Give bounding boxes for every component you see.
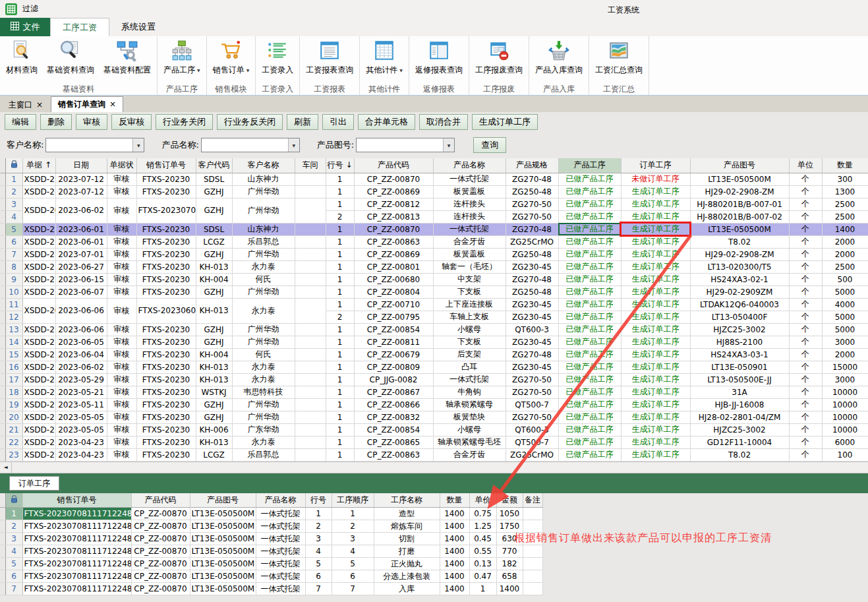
cell-cust-name[interactable]: 广州华劲 [232,198,295,223]
row-number[interactable]: 7 [5,248,22,260]
cell-product-code[interactable]: CP_ZZ-00865 [354,436,433,448]
cell-order-process[interactable]: 生成订单工序 [621,286,690,298]
customer-name-input[interactable] [46,138,132,152]
cell-amount[interactable]: 1750 [496,520,523,533]
cell-cust-code[interactable]: LCGZ [196,448,232,461]
cell-unit[interactable]: 个 [789,223,822,235]
cell-line-no[interactable]: 6 [305,570,332,583]
cell-seq[interactable]: 6 [332,570,374,583]
cell-order-no[interactable]: FTXS-20230 [136,235,196,248]
col-product-process-header[interactable]: 产品工序 [558,158,621,173]
cell-line-no[interactable]: 7 [305,583,332,595]
cell-danju[interactable]: XSDD-2 [22,373,55,386]
cell-price[interactable]: 1 [469,583,496,595]
table-row[interactable]: 5XSDD-22023-06-01审核FTXS-20230SDSL山东神力1CP… [0,223,868,235]
cell-unit[interactable]: 个 [789,398,822,411]
row-number[interactable]: 7 [5,583,22,595]
col-qty-header[interactable]: 数量 [440,493,469,508]
cell-order-no[interactable]: FTXS-20230 [136,248,196,260]
cell-drawing-no[interactable]: HJ-880201B/B-007-02 [690,210,789,223]
cell-unit[interactable]: 个 [789,311,822,323]
cell-line-no[interactable]: 1 [326,286,354,298]
cell-spec[interactable]: ZG270-50 [506,198,558,210]
cell-status[interactable]: 审核 [107,173,136,185]
cell-product-code[interactable]: CP_ZZ-00854 [354,323,433,336]
cell-order-no[interactable]: FTXS-20230 [136,436,196,448]
cell-status[interactable]: 审核 [107,260,136,273]
cell-product-name[interactable]: 一体式托架 [433,373,506,386]
cell-qty[interactable]: 10000 [822,398,868,411]
cell-order-process[interactable]: 生成订单工序 [621,398,690,411]
cell-drawing-no[interactable]: LT13E-050500M [190,583,256,595]
row-number[interactable]: 2 [5,520,22,533]
base-data-config-button[interactable]: 基础资料配置 [99,38,156,76]
table-row[interactable]: 6XSDD-22023-06-01审核FTXS-20230LCGZ乐昌郭总1CP… [0,235,868,248]
cell-drawing-no[interactable]: HS24XA3-03-1 [690,348,789,361]
cell-status[interactable]: 审核 [107,298,136,323]
product-drawing-combobox[interactable]: ▼ [356,138,455,152]
table-row[interactable]: 5FTXS-20230708111712248CP_ZZ-00870LT13E-… [0,558,542,570]
cell-cust-name[interactable]: 永力泰 [232,373,295,386]
cell-product-code[interactable]: CP_ZZ-00870 [354,223,433,235]
cell-unit[interactable]: 个 [789,298,822,311]
cell-product-name[interactable]: 中支架 [433,273,506,286]
cell-process-name[interactable]: 入库 [374,583,440,595]
cell-danju[interactable]: XSDD-2 [22,348,55,361]
cell-order-no[interactable]: FTXS-20230 [136,273,196,286]
cell-qty[interactable]: 15000 [822,361,868,373]
cell-status[interactable]: 审核 [107,286,136,298]
cell-drawing-no[interactable]: LT13-050400F [690,311,789,323]
cell-order-process[interactable]: 生成订单工序 [621,411,690,423]
cell-process-name[interactable]: 正火抛丸 [374,558,440,570]
row-number[interactable]: 21 [5,423,22,436]
cell-qty[interactable]: 1300 [822,185,868,198]
cell-date[interactable]: 2023-06-04 [55,348,107,361]
material-query-button[interactable]: 材料查询 [1,38,42,76]
chevron-down-icon[interactable]: ▼ [288,138,299,152]
cell-status[interactable]: 审核 [107,223,136,235]
cell-workshop[interactable] [295,273,326,286]
cell-qty[interactable]: 2000 [822,348,868,361]
cell-status[interactable]: 审核 [107,386,136,398]
cell-note[interactable] [523,558,542,570]
table-row[interactable]: 13XSDD-22023-06-06审核FTXS-20230GZHJ广州华劲1C… [0,323,868,336]
cell-process-name[interactable]: 造型 [374,508,440,520]
cell-order-no[interactable]: FTXS-20230708111712248 [22,520,131,533]
cell-order-no[interactable]: FTXS-20230 [136,286,196,298]
col-order-no-header[interactable]: 销售订单号 [22,493,131,508]
cell-product-code[interactable]: CP_ZZ-00832 [354,411,433,423]
cell-order-process[interactable]: 生成订单工序 [621,423,690,436]
cell-order-process[interactable]: 生成订单工序 [621,185,690,198]
product-name-input[interactable] [202,138,288,152]
cell-qty[interactable]: 1400 [440,545,469,558]
cell-line-no[interactable]: 1 [305,508,332,520]
cell-status[interactable]: 审核 [107,185,136,198]
cell-spec[interactable]: ZG270-48 [506,273,558,286]
cell-line-no[interactable]: 1 [326,361,354,373]
table-row[interactable]: 17XSDD-22023-05-29审核FTXS-20230KH-013永力泰1… [0,373,868,386]
cell-workshop[interactable] [295,198,326,223]
cell-unit[interactable]: 个 [789,286,822,298]
doc-tab-main-window[interactable]: 主窗口× [2,98,49,112]
cell-workshop[interactable] [295,411,326,423]
cell-process-name[interactable]: 切割 [374,533,440,545]
cell-qty[interactable]: 10000 [822,386,868,398]
cell-qty[interactable]: 1400 [440,570,469,583]
doc-tab-sales-order-query[interactable]: 销售订单查询× [51,96,123,112]
cell-product-code[interactable]: CP_ZZ-00863 [354,448,433,461]
cell-order-no[interactable]: FTXS-20230708111712248 [22,508,131,520]
row-number[interactable]: 5 [5,558,22,570]
row-indicator[interactable] [0,273,5,286]
cell-danju[interactable]: XSDD-2 [22,336,55,348]
cell-order-no[interactable]: FTXS-20230708111712248 [22,583,131,595]
row-indicator[interactable] [0,558,5,570]
col-line-no-header[interactable]: 行号 ↓ [326,158,354,173]
cell-product-name[interactable]: 合金牙齿 [433,235,506,248]
cell-date[interactable]: 2023-06-06 [55,323,107,336]
cell-date[interactable]: 2023-07-01 [55,248,107,260]
cell-spec[interactable]: ZG250-48 [506,286,558,298]
cell-workshop[interactable] [295,398,326,411]
cell-cust-code[interactable]: LCGZ [196,235,232,248]
col-spec-header[interactable]: 产品规格 [506,158,558,173]
cell-status[interactable]: 审核 [107,235,136,248]
